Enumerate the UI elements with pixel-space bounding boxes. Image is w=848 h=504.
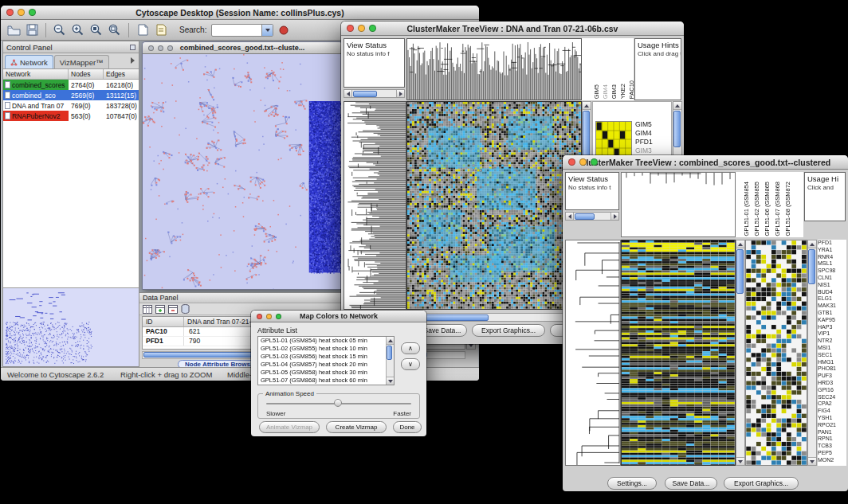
gene-label[interactable]: MAK31 (818, 303, 846, 310)
column-dendrogram-canvas[interactable] (621, 172, 736, 237)
move-up-button[interactable]: ∧ (401, 342, 420, 354)
minimize-button[interactable] (158, 45, 163, 51)
dialog-button[interactable]: Done (393, 421, 422, 433)
zoom-button[interactable] (276, 314, 281, 319)
tabs-overflow-icon[interactable] (131, 57, 135, 64)
scrollbar-thumb[interactable] (353, 91, 377, 97)
scrollbar-track[interactable] (387, 345, 394, 377)
network-list-row[interactable]: RNAPuberNov2 563(0) 107847(0) (3, 111, 139, 121)
dendrogram-mini-scrollbar[interactable] (344, 89, 405, 98)
scrollbar-thumb[interactable] (387, 346, 392, 360)
gene-label[interactable]: PFD1 (635, 138, 656, 147)
gene-label[interactable]: HMG1 (818, 359, 846, 366)
minimize-button[interactable] (266, 314, 272, 319)
gene-label[interactable]: YSH1 (818, 415, 846, 422)
gene-label[interactable]: TCB3 (818, 443, 846, 450)
gene-label[interactable]: PFD1 (818, 240, 846, 247)
gene-label[interactable]: RNR4 (818, 254, 846, 261)
minimize-button[interactable] (358, 25, 365, 32)
search-dropdown-icon[interactable] (261, 25, 273, 36)
column-label[interactable]: YKE2 (619, 84, 626, 99)
gene-label[interactable]: VIP1 (818, 330, 846, 338)
scrollbar-track[interactable] (352, 90, 396, 97)
column-label[interactable]: GPL51-08 (GSM872 (784, 182, 791, 236)
column-header[interactable]: Edges (104, 69, 139, 79)
treeview-titlebar[interactable]: ClusterMaker TreeView : combined_scores_… (563, 155, 848, 170)
dialog-titlebar[interactable]: Map Colors to Network (251, 311, 426, 322)
scroll-up-icon[interactable] (736, 240, 744, 248)
column-label[interactable]: GIM3 (610, 84, 618, 99)
attribute-list[interactable]: GPL51-01 (GSM854) heat shock 05 minGPL51… (257, 336, 395, 385)
zoom-fit-icon[interactable] (107, 22, 123, 38)
scrollbar-track[interactable] (415, 314, 573, 321)
heatmap-vertical-scrollbar[interactable] (736, 240, 745, 466)
open-session-icon[interactable] (6, 22, 22, 38)
cluster-vertical-scrollbar[interactable] (807, 240, 817, 466)
close-button[interactable] (347, 25, 354, 32)
scrollbar-thumb[interactable] (583, 111, 590, 162)
column-header[interactable]: Network (3, 69, 69, 79)
gene-label[interactable]: CPA2 (818, 400, 846, 408)
network-list-row[interactable]: combined_scores 2764(0) 16218(0) (3, 80, 139, 90)
gene-label[interactable]: GIM3 (635, 147, 656, 155)
column-label[interactable]: GIM5 (593, 84, 600, 99)
row-dendrogram-canvas[interactable] (344, 101, 406, 310)
scroll-down-icon[interactable] (808, 457, 816, 465)
scroll-left-icon[interactable] (566, 213, 574, 220)
gene-label[interactable]: CLN1 (818, 275, 846, 282)
action-button[interactable]: Save Data... (665, 477, 717, 490)
action-button[interactable]: Export Graphics... (724, 477, 799, 490)
close-button[interactable] (6, 9, 14, 16)
scrollbar-thumb[interactable] (673, 111, 681, 147)
scrollbar-track[interactable] (808, 248, 816, 457)
treeview-titlebar[interactable]: ClusterMaker TreeView : DNA and Tran 07-… (341, 21, 684, 36)
zoom-in-icon[interactable] (70, 22, 86, 38)
cytoscape-titlebar[interactable]: Cytoscape Desktop (Session Name: collins… (1, 6, 479, 20)
dendrogram-mini-scrollbar[interactable] (565, 212, 619, 221)
scroll-right-icon[interactable] (610, 213, 618, 220)
row-dendrogram-canvas[interactable] (565, 240, 621, 466)
gene-label[interactable]: FIG4 (818, 408, 846, 415)
attribute-list-item[interactable]: GPL51-04 (GSM857) heat shock 20 min (259, 361, 385, 369)
zoom-button[interactable] (369, 25, 376, 32)
gene-label[interactable]: NTR2 (818, 338, 846, 345)
gene-label[interactable]: HAP3 (818, 324, 846, 331)
column-label[interactable]: GPL51-01 (GSM854 (743, 182, 750, 236)
save-session-icon[interactable] (24, 22, 40, 38)
column-label[interactable]: GPL51-07 (GSM868 (774, 182, 781, 236)
gene-label[interactable]: GPI16 (818, 387, 846, 394)
column-label[interactable]: GPL51-02 (GSM855 (753, 182, 760, 236)
action-button[interactable]: Settings... (607, 477, 657, 490)
column-label[interactable]: GPL51-06 (GSM865 (764, 182, 771, 236)
minimize-button[interactable] (18, 9, 25, 16)
column-header[interactable]: ID (143, 317, 184, 326)
gene-label[interactable]: PHO81 (818, 365, 846, 373)
search-input[interactable] (212, 25, 261, 36)
column-label[interactable]: GIM4 (602, 84, 609, 99)
gene-label[interactable]: PAN1 (818, 429, 846, 436)
gene-label[interactable]: GTB1 (818, 310, 846, 317)
scroll-up-icon[interactable] (387, 337, 394, 345)
gene-label[interactable]: KAP95 (818, 317, 846, 324)
annotation-icon[interactable] (153, 22, 169, 38)
attribute-list-item[interactable]: GPL51-05 (GSM858) heat shock 30 min (259, 369, 385, 377)
column-header[interactable]: Nodes (69, 69, 104, 79)
gene-label[interactable]: RPN1 (818, 436, 846, 443)
tab-network[interactable]: Network (5, 55, 53, 68)
scroll-up-icon[interactable] (808, 240, 816, 248)
zoom-button[interactable] (167, 45, 173, 51)
attribute-list-item[interactable]: GPL51-07 (GSM868) heat shock 60 min (259, 377, 385, 385)
scrollbar-thumb[interactable] (736, 249, 744, 294)
action-button[interactable]: Export Graphics... (472, 324, 545, 337)
scrollbar-thumb[interactable] (416, 315, 489, 321)
gene-label[interactable]: RPO21 (818, 422, 846, 429)
close-button[interactable] (148, 45, 154, 51)
slider-knob[interactable] (334, 399, 342, 407)
cluster-heatmap-canvas[interactable] (745, 240, 807, 466)
gene-label[interactable]: MSI1 (818, 345, 846, 352)
gene-label[interactable]: ELG1 (818, 295, 846, 303)
scroll-left-icon[interactable] (344, 90, 352, 97)
heatmap-canvas[interactable] (406, 101, 582, 310)
minimize-button[interactable] (579, 158, 587, 166)
gene-label[interactable]: MSL1 (818, 260, 846, 268)
